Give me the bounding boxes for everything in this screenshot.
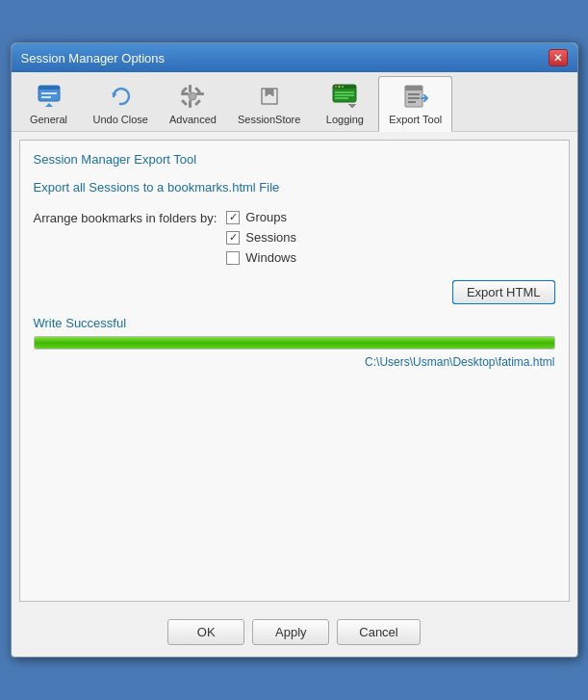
tab-advanced[interactable]: Advanced [159,76,227,131]
tab-logging-label: Logging [326,114,364,125]
tab-general-label: General [30,114,67,125]
advanced-icon [177,81,208,112]
tab-session-store-label: SessionStore [238,114,300,125]
export-btn-row: Export HTML [34,280,555,304]
tab-undo-close-label: Undo Close [93,114,148,125]
svg-point-16 [339,86,341,88]
svg-point-15 [335,86,337,88]
svg-rect-1 [38,86,60,90]
checkbox-group: Groups Sessions Windows [226,210,296,265]
export-html-button[interactable]: Export HTML [452,280,555,304]
tab-advanced-label: Advanced [169,114,217,125]
content-area: Session Manager Export Tool Export all S… [19,140,570,602]
general-icon [34,81,64,112]
checkbox-sessions-label: Sessions [245,230,296,245]
svg-point-17 [342,86,344,88]
svg-rect-5 [189,100,192,108]
tab-export-tool-label: Export Tool [389,114,442,125]
checkbox-row-windows: Windows [226,250,296,265]
checkbox-row-groups: Groups [226,210,296,224]
checkbox-windows-label: Windows [245,250,296,265]
svg-rect-8 [181,87,188,93]
svg-point-12 [189,92,196,100]
checkbox-groups[interactable] [226,211,240,224]
session-store-icon [254,81,285,112]
svg-rect-9 [194,87,201,93]
svg-rect-4 [189,85,192,92]
ok-button[interactable]: OK [167,619,244,645]
tab-general[interactable]: General [15,76,83,131]
apply-button[interactable]: Apply [252,619,329,645]
svg-rect-11 [194,99,201,106]
tab-undo-close[interactable]: Undo Close [83,76,159,131]
main-window: Session Manager Options ✕ General [11,42,578,658]
export-tool-icon [400,81,431,112]
tab-session-store[interactable]: SessionStore [227,76,311,131]
arrange-label: Arrange bookmarks in folders by: [34,210,217,225]
svg-rect-7 [196,92,204,95]
file-path: C:\Users\Usman\Desktop\fatima.html [34,355,555,369]
close-button[interactable]: ✕ [549,49,568,66]
logging-icon [329,81,360,112]
checkbox-row-sessions: Sessions [226,230,296,245]
footer: OK Apply Cancel [12,609,577,657]
section-title: Session Manager Export Tool [34,152,555,167]
progress-bar-fill [35,337,554,349]
title-bar: Session Manager Options ✕ [12,43,577,72]
undo-close-icon [105,81,136,112]
tab-export-tool[interactable]: Export Tool [378,76,452,132]
checkbox-sessions[interactable] [226,231,240,245]
write-status: Write Successful [34,316,555,330]
checkbox-windows[interactable] [226,251,240,265]
toolbar: General Undo Close [12,72,577,132]
svg-rect-6 [181,92,189,95]
export-description: Export all Sessions to a bookmarks.html … [34,180,555,194]
checkbox-groups-label: Groups [245,210,287,224]
tab-logging[interactable]: Logging [311,76,378,131]
arrange-section: Arrange bookmarks in folders by: Groups … [34,210,555,265]
svg-rect-22 [405,86,422,91]
window-title: Session Manager Options [21,51,166,65]
progress-bar-container [34,336,555,350]
cancel-button[interactable]: Cancel [337,619,420,645]
svg-rect-10 [181,99,188,106]
